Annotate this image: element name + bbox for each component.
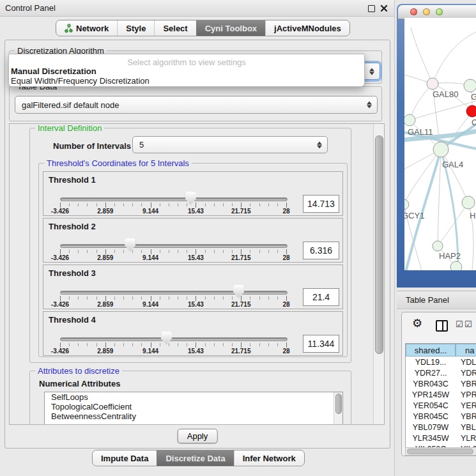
table-row[interactable]: YBR045CYBR0	[406, 411, 476, 422]
network-node[interactable]	[464, 79, 476, 92]
threshold-label: Threshold 2	[49, 222, 96, 231]
bottom-tab-impute-data[interactable]: Impute Data	[93, 450, 157, 466]
table-row[interactable]: YLR345WYLR3	[406, 433, 476, 443]
columns-icon[interactable]	[436, 320, 448, 332]
slider-tick-label: 15.43	[188, 254, 204, 261]
slider-tick-label: 2.859	[97, 208, 113, 215]
table-row[interactable]: YDR27...YDR2	[406, 367, 476, 378]
mac-zoom-icon[interactable]	[436, 8, 443, 15]
attribute-list-item[interactable]: SelfLoops	[45, 392, 342, 402]
network-node[interactable]	[404, 199, 409, 210]
slider-major-tick	[151, 296, 151, 301]
column-header-shared-name[interactable]: shared...	[406, 344, 456, 357]
network-edge	[410, 100, 476, 120]
table-hscrollbar-thumb[interactable]	[407, 449, 473, 454]
slider-major-tick	[286, 296, 287, 301]
cell-name: YPR1	[456, 390, 476, 399]
network-node[interactable]	[427, 78, 438, 89]
number-of-intervals-label: Number of Intervals	[53, 141, 131, 151]
slider-major-tick	[241, 296, 242, 301]
settings-vertical-scrollbar[interactable]	[373, 124, 384, 424]
network-node[interactable]	[462, 196, 475, 209]
checkbox-icon[interactable]: ☑	[464, 319, 472, 329]
mac-minimize-icon[interactable]	[423, 8, 430, 15]
network-node[interactable]	[450, 261, 462, 270]
network-edge	[406, 150, 441, 270]
attributes-list-scrollbar[interactable]	[334, 392, 342, 425]
table-panel: ⚙ ☑ ☑ shared... na YDL19...YDL1YDR27...Y…	[401, 312, 476, 456]
tab-cyni-toolbox[interactable]: Cyni Toolbox	[196, 20, 265, 36]
column-header-name[interactable]: na	[456, 344, 476, 357]
gear-icon[interactable]: ⚙	[412, 318, 422, 329]
slider-major-tick	[105, 342, 106, 348]
cell-shared-name: YDR27...	[406, 369, 456, 378]
slider-track[interactable]	[60, 197, 288, 201]
threshold-label: Threshold 3	[49, 268, 96, 278]
bottom-tab-discretize-data[interactable]: Discretize Data	[157, 450, 233, 466]
interval-definition-group: Interval Definition Number of Intervals …	[29, 128, 351, 363]
attributes-to-discretize-group: Attributes to discretize Numerical Attri…	[29, 371, 351, 425]
spinner-arrows-icon	[369, 67, 374, 75]
table-panel-title: Table Panel	[406, 295, 449, 305]
table-horizontal-scrollbar[interactable]	[405, 447, 476, 456]
tab-style[interactable]: Style	[117, 20, 154, 36]
network-node[interactable]	[404, 114, 415, 126]
node-table: shared... na YDL19...YDL1YDR27...YDR2YBR…	[405, 343, 476, 455]
threshold-value-field[interactable]: 21.4	[303, 288, 339, 306]
network-window-titlebar	[398, 5, 476, 19]
slider-tick-label: -3.426	[51, 348, 69, 355]
network-edge	[438, 150, 441, 246]
slider-major-tick	[60, 342, 61, 348]
slider-tick-label: 21.715	[231, 301, 251, 308]
table-row[interactable]: YBL079WYBL0	[406, 422, 476, 433]
table-data-select[interactable]: galFiltered.sif default node	[15, 96, 378, 114]
tab-network[interactable]: Network	[56, 20, 117, 36]
network-node[interactable]	[433, 241, 443, 251]
bottom-tab-infer-network[interactable]: Infer Network	[234, 450, 304, 466]
numerical-attributes-label: Numerical Attributes	[39, 379, 120, 388]
network-node[interactable]	[433, 142, 449, 157]
tab-label: Cyni Toolbox	[205, 24, 257, 33]
network-canvas[interactable]: GAL80GCGAL11GAL4GCY1HHAP2	[404, 18, 476, 270]
table-row[interactable]: YER054CYER0	[406, 400, 476, 411]
slider-track[interactable]	[60, 337, 288, 341]
slider-major-tick	[241, 203, 242, 208]
threshold-value-field[interactable]: 6.316	[303, 242, 339, 259]
threshold-value-field[interactable]: 11.344	[303, 335, 339, 353]
threshold-panel: Threshold 1 -3.4262.8599.14415.4321.7152…	[43, 171, 343, 216]
attributes-scrollbar-thumb[interactable]	[335, 394, 342, 414]
cell-shared-name: YBR043C	[406, 380, 456, 388]
slider-tick-label: -3.426	[51, 208, 69, 215]
attribute-list-item[interactable]: BetweennessCentrality	[45, 411, 342, 421]
slider-tick-label: -3.426	[51, 254, 69, 261]
table-row[interactable]: YPR145WYPR1	[406, 389, 476, 400]
network-node[interactable]	[466, 105, 476, 117]
table-data-group: Table Data galFiltered.sif default node	[9, 86, 382, 121]
float-window-icon[interactable]	[368, 5, 375, 12]
tab-jactivemnodules[interactable]: jActiveMNodules	[265, 20, 349, 36]
number-of-intervals-select[interactable]: 5	[132, 136, 328, 153]
checkbox-icon[interactable]: ☑	[456, 319, 463, 329]
slider-major-tick	[196, 203, 196, 208]
panel-title: Control Panel	[5, 3, 56, 13]
settings-scrollbar-thumb[interactable]	[375, 135, 383, 354]
algorithm-option[interactable]: Manual Discretization	[11, 66, 96, 76]
numerical-attributes-list[interactable]: SelfLoopsTopologicalCoefficientBetweenne…	[44, 392, 343, 425]
threshold-value-field[interactable]: 14.713	[303, 195, 339, 213]
spinner-arrows-icon	[317, 141, 322, 149]
tab-select[interactable]: Select	[154, 20, 196, 36]
algorithm-option[interactable]: Equal Width/Frequency Discretization	[11, 76, 150, 86]
network-node-label: GCY1	[404, 211, 424, 220]
apply-button[interactable]: Apply	[178, 429, 218, 443]
threshold-label: Threshold 1	[49, 175, 96, 185]
attribute-list-item[interactable]: TopologicalCoefficient	[45, 402, 342, 411]
slider-track[interactable]	[60, 291, 288, 295]
slider-tick-label: 28	[282, 301, 289, 308]
close-icon[interactable]	[380, 4, 388, 12]
table-row[interactable]: YDL19...YDL1	[406, 357, 476, 367]
slider-track[interactable]	[60, 244, 288, 248]
mac-close-icon[interactable]	[410, 8, 417, 15]
table-row[interactable]: YBR043CYBR0	[406, 378, 476, 389]
slider-tick-label: 9.144	[142, 348, 158, 355]
slider-tick-label: 9.144	[142, 301, 158, 308]
